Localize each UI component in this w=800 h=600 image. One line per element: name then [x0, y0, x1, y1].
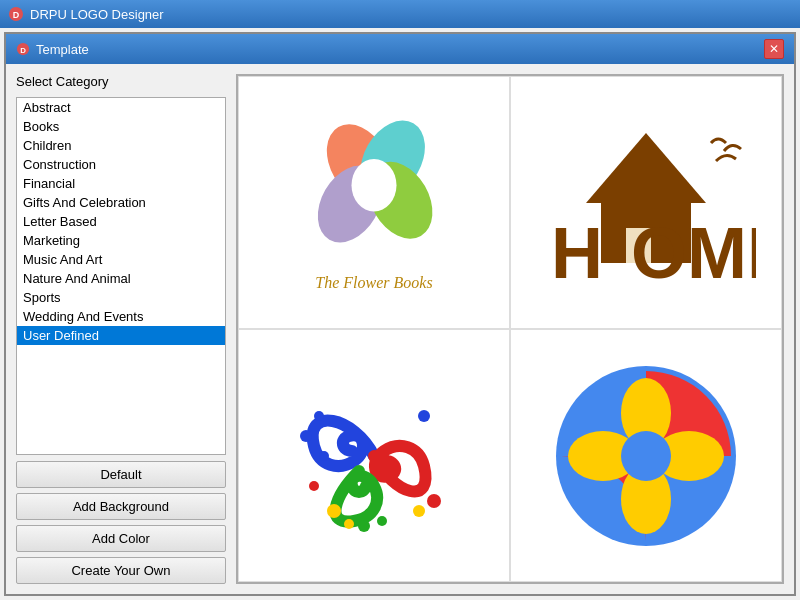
logo-grid: The Flower Books H OM — [236, 74, 784, 584]
home-svg: H OME — [536, 113, 756, 293]
svg-point-14 — [327, 504, 341, 518]
add-background-button[interactable]: Add Background — [16, 493, 226, 520]
add-color-button[interactable]: Add Color — [16, 525, 226, 552]
svg-point-19 — [418, 410, 430, 422]
app-title-bar: D DRPU LOGO Designer — [0, 0, 800, 28]
category-item-children[interactable]: Children — [17, 136, 225, 155]
svg-point-17 — [300, 430, 312, 442]
category-item-construction[interactable]: Construction — [17, 155, 225, 174]
category-item-abstract[interactable]: Abstract — [17, 98, 225, 117]
svg-point-18 — [314, 411, 324, 421]
window-icon: D — [16, 42, 30, 56]
logo-cell-circle[interactable] — [510, 329, 782, 582]
category-item-wedding[interactable]: Wedding And Events — [17, 307, 225, 326]
svg-point-8 — [352, 159, 397, 212]
window-title: Template — [36, 42, 89, 57]
category-item-books[interactable]: Books — [17, 117, 225, 136]
svg-text:H: H — [551, 213, 603, 293]
create-your-own-button[interactable]: Create Your Own — [16, 557, 226, 584]
default-button[interactable]: Default — [16, 461, 226, 488]
home-logo: H OME — [521, 87, 771, 318]
swirl-svg — [264, 356, 484, 556]
content-area: Select Category Abstract Books Children … — [6, 64, 794, 594]
app-title: DRPU LOGO Designer — [30, 7, 164, 22]
circle-svg — [546, 356, 746, 556]
left-panel: Select Category Abstract Books Children … — [16, 74, 226, 584]
svg-point-21 — [309, 481, 319, 491]
svg-point-22 — [358, 520, 370, 532]
logo-cell-home[interactable]: H OME — [510, 76, 782, 329]
svg-text:OME: OME — [631, 213, 756, 293]
app-logo-icon: D — [8, 6, 24, 22]
svg-point-15 — [344, 519, 354, 529]
flower-title: The Flower Books — [315, 274, 432, 292]
template-window: D Template ✕ Select Category Abstract Bo… — [4, 32, 796, 596]
logo-cell-swirl[interactable] — [238, 329, 510, 582]
category-list[interactable]: Abstract Books Children Construction Fin… — [16, 97, 226, 455]
category-item-letter[interactable]: Letter Based — [17, 212, 225, 231]
window-title-bar: D Template ✕ — [6, 34, 794, 64]
svg-point-16 — [413, 505, 425, 517]
button-group: Default Add Background Add Color Create … — [16, 461, 226, 584]
svg-point-23 — [377, 516, 387, 526]
logo-cell-flower[interactable]: The Flower Books — [238, 76, 510, 329]
flower-logo: The Flower Books — [249, 87, 499, 318]
category-item-user[interactable]: User Defined — [17, 326, 225, 345]
svg-point-24 — [319, 451, 329, 461]
svg-point-30 — [621, 431, 671, 481]
category-item-marketing[interactable]: Marketing — [17, 231, 225, 250]
svg-marker-9 — [586, 133, 706, 203]
flower-svg — [299, 114, 449, 264]
svg-text:D: D — [20, 46, 26, 55]
category-item-nature[interactable]: Nature And Animal — [17, 269, 225, 288]
close-button[interactable]: ✕ — [764, 39, 784, 59]
category-item-music[interactable]: Music And Art — [17, 250, 225, 269]
category-label: Select Category — [16, 74, 226, 89]
category-item-sports[interactable]: Sports — [17, 288, 225, 307]
category-item-gifts[interactable]: Gifts And Celebration — [17, 193, 225, 212]
category-item-financial[interactable]: Financial — [17, 174, 225, 193]
svg-text:D: D — [13, 10, 20, 20]
svg-point-20 — [427, 494, 441, 508]
